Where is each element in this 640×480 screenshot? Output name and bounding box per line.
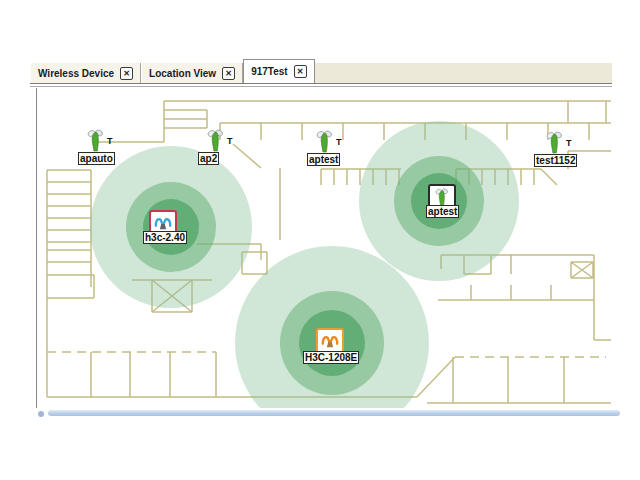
tab-label: 917Test [251, 66, 288, 77]
t-marker: T [227, 136, 233, 146]
ap-h3c-2-40[interactable]: h3c-2.40 [141, 210, 201, 250]
app-window: Wireless Device ✕ Location View ✕ 917Tes… [0, 0, 640, 480]
ap-test1152[interactable]: T test1152 [534, 131, 590, 169]
tab-label: Wireless Device [38, 68, 114, 79]
content-top-border [30, 83, 612, 84]
antenna-icon [316, 130, 333, 153]
tab-917test[interactable]: 917Test ✕ [243, 59, 315, 83]
ap-h3c-1208e[interactable]: H3C-1208E [303, 328, 367, 368]
t-marker: T [566, 138, 572, 148]
t-marker: T [336, 137, 342, 147]
location-map[interactable]: T apauto T ap2 T aptest [36, 88, 611, 408]
close-icon[interactable]: ✕ [120, 67, 133, 80]
device-label: h3c-2.40 [143, 231, 187, 244]
device-label: apauto [78, 152, 115, 165]
device-label: aptest [426, 205, 459, 218]
device-label: test1152 [534, 154, 577, 167]
antenna-glyph-icon [153, 214, 173, 232]
antenna-glyph-icon [434, 188, 450, 207]
ap-aptest-coverage[interactable]: aptest [425, 184, 485, 224]
antenna-glyph-icon [320, 332, 340, 350]
tab-bar-filler [315, 63, 612, 83]
t-marker: T [107, 136, 113, 146]
content-top-border-inner [30, 86, 612, 87]
ap-ap2[interactable]: T ap2 [198, 129, 248, 167]
device-label: H3C-1208E [303, 351, 359, 364]
tab-location-view[interactable]: Location View ✕ [141, 63, 243, 83]
antenna-icon [546, 131, 563, 154]
horizontal-scrollbar[interactable] [48, 410, 620, 416]
device-label: ap2 [198, 152, 219, 165]
hscroll-left-cap[interactable] [38, 411, 44, 417]
antenna-icon [87, 129, 104, 152]
tab-label: Location View [149, 68, 216, 79]
ap-aptest-top[interactable]: T aptest [307, 130, 357, 168]
antenna-icon [207, 129, 224, 152]
close-icon[interactable]: ✕ [222, 67, 235, 80]
device-label: aptest [307, 153, 340, 166]
tab-bar: Wireless Device ✕ Location View ✕ 917Tes… [30, 60, 612, 83]
ap-apauto[interactable]: T apauto [78, 129, 128, 167]
close-icon[interactable]: ✕ [294, 65, 307, 78]
tab-wireless-device[interactable]: Wireless Device ✕ [30, 63, 141, 83]
